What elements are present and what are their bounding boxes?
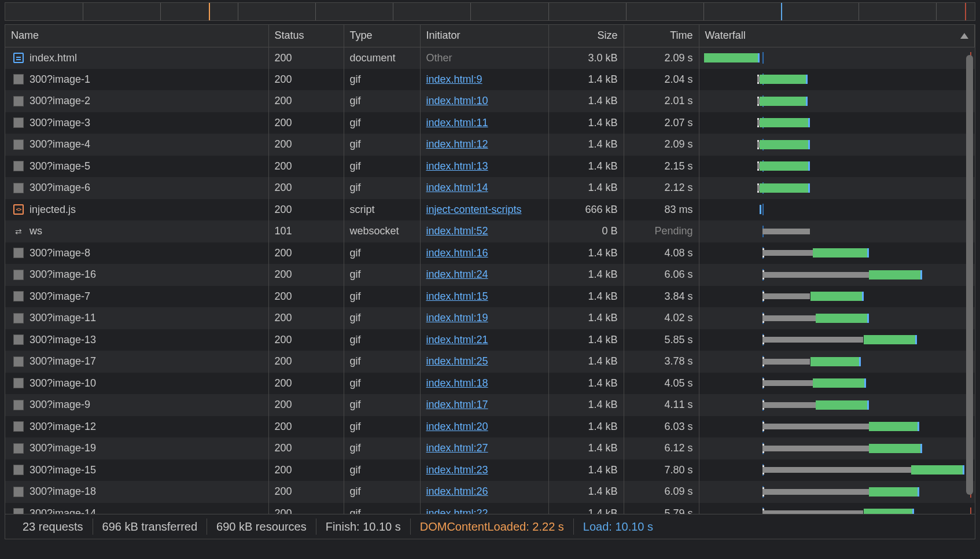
- request-time: 2.07 s: [624, 112, 699, 134]
- request-initiator[interactable]: index.html:16: [420, 242, 548, 264]
- request-initiator[interactable]: index.html:20: [420, 416, 548, 438]
- request-row[interactable]: 300?image-3200gifindex.html:111.4 kB2.07…: [5, 112, 975, 134]
- request-row[interactable]: 300?image-2200gifindex.html:101.4 kB2.01…: [5, 90, 975, 112]
- status-resources: 690 kB resources: [207, 518, 316, 535]
- request-row[interactable]: 300?image-9200gifindex.html:171.4 kB4.11…: [5, 394, 975, 416]
- request-initiator[interactable]: index.html:11: [420, 112, 548, 134]
- request-time: 2.15 s: [624, 156, 699, 178]
- request-row[interactable]: 300?image-13200gifindex.html:211.4 kB5.8…: [5, 329, 975, 351]
- request-initiator[interactable]: index.html:19: [420, 307, 548, 329]
- request-waterfall: [699, 329, 975, 351]
- image-icon: [13, 161, 24, 171]
- request-row[interactable]: 300?image-4200gifindex.html:121.4 kB2.09…: [5, 134, 975, 156]
- request-size: 0 B: [548, 220, 624, 242]
- request-type: gif: [344, 134, 420, 156]
- request-name: 300?image-2: [30, 95, 90, 107]
- request-initiator[interactable]: index.html:23: [420, 459, 548, 481]
- timeline-overview[interactable]: [5, 2, 975, 21]
- waterfall-waiting-bar: [762, 272, 869, 278]
- request-size: 1.4 kB: [548, 329, 624, 351]
- sort-indicator-icon: [960, 33, 968, 39]
- request-initiator[interactable]: index.html:26: [420, 481, 548, 503]
- request-row[interactable]: 300?image-18200gifindex.html:261.4 kB6.0…: [5, 481, 975, 503]
- request-initiator[interactable]: index.html:22: [420, 503, 548, 514]
- request-row[interactable]: 300?image-11200gifindex.html:191.4 kB4.0…: [5, 307, 975, 329]
- request-initiator[interactable]: index.html:27: [420, 437, 548, 459]
- image-icon: [13, 291, 24, 301]
- column-header-status[interactable]: Status: [268, 25, 344, 47]
- request-row[interactable]: 300?image-14200gifindex.html:221.4 kB5.7…: [5, 503, 975, 514]
- request-row[interactable]: 300?image-15200gifindex.html:231.4 kB7.8…: [5, 459, 975, 481]
- request-initiator[interactable]: index.html:24: [420, 264, 548, 286]
- column-header-size[interactable]: Size: [548, 25, 624, 47]
- waterfall-waiting-bar: [762, 315, 816, 321]
- request-initiator[interactable]: index.html:12: [420, 134, 548, 156]
- request-waterfall: [699, 47, 975, 69]
- image-icon: [13, 400, 24, 410]
- request-row[interactable]: injected.js200scriptinject-content-scrip…: [5, 199, 975, 221]
- image-icon: [13, 74, 24, 84]
- request-size: 1.4 kB: [548, 112, 624, 134]
- column-header-waterfall-label: Waterfall: [705, 30, 746, 41]
- request-initiator[interactable]: index.html:52: [420, 220, 548, 242]
- request-row[interactable]: 300?image-1200gifindex.html:91.4 kB2.04 …: [5, 69, 975, 91]
- column-header-type[interactable]: Type: [344, 25, 420, 47]
- request-type: gif: [344, 459, 420, 481]
- request-initiator[interactable]: index.html:10: [420, 90, 548, 112]
- request-row[interactable]: 300?image-8200gifindex.html:161.4 kB4.08…: [5, 242, 975, 264]
- request-initiator[interactable]: inject-content-scripts: [420, 199, 548, 221]
- request-type: gif: [344, 373, 420, 395]
- request-initiator[interactable]: index.html:9: [420, 69, 548, 91]
- request-waterfall: [699, 112, 975, 134]
- request-row[interactable]: 300?image-10200gifindex.html:181.4 kB4.0…: [5, 373, 975, 395]
- request-status: 200: [268, 481, 344, 503]
- waterfall-download-bar: [813, 378, 866, 388]
- request-type: gif: [344, 112, 420, 134]
- request-initiator[interactable]: index.html:25: [420, 351, 548, 373]
- status-finish: Finish: 10.10 s: [316, 518, 411, 535]
- request-time: 2.12 s: [624, 177, 699, 199]
- request-status: 200: [268, 47, 344, 69]
- image-icon: [13, 356, 24, 367]
- column-header-name[interactable]: Name: [5, 25, 268, 47]
- request-row[interactable]: 300?image-7200gifindex.html:151.4 kB3.84…: [5, 286, 975, 308]
- request-row[interactable]: 300?image-5200gifindex.html:131.4 kB2.15…: [5, 156, 975, 178]
- request-row[interactable]: 300?image-6200gifindex.html:141.4 kB2.12…: [5, 177, 975, 199]
- request-name: 300?image-12: [30, 421, 96, 433]
- waterfall-download-bar: [810, 357, 861, 366]
- request-size: 1.4 kB: [548, 459, 624, 481]
- request-waterfall: [699, 459, 975, 481]
- request-initiator[interactable]: index.html:17: [420, 394, 548, 416]
- request-initiator[interactable]: index.html:21: [420, 329, 548, 351]
- request-status: 200: [268, 307, 344, 329]
- request-row[interactable]: 300?image-16200gifindex.html:241.4 kB6.0…: [5, 264, 975, 286]
- request-time: 2.04 s: [624, 69, 699, 91]
- request-row[interactable]: 300?image-17200gifindex.html:251.4 kB3.7…: [5, 351, 975, 373]
- request-waterfall: [699, 286, 975, 308]
- request-type: gif: [344, 177, 420, 199]
- network-table-scroll[interactable]: Name Status Type Initiator Size Time Wat…: [5, 25, 975, 514]
- request-name: 300?image-9: [30, 399, 90, 411]
- request-type: gif: [344, 156, 420, 178]
- column-header-initiator[interactable]: Initiator: [420, 25, 548, 47]
- scrollbar-thumb[interactable]: [966, 55, 973, 495]
- request-type: gif: [344, 90, 420, 112]
- status-load: Load: 10.10 s: [574, 518, 662, 535]
- request-status: 200: [268, 134, 344, 156]
- request-name: injected.js: [30, 204, 76, 216]
- request-initiator[interactable]: index.html:18: [420, 373, 548, 395]
- vertical-scrollbar[interactable]: [966, 55, 973, 514]
- request-row[interactable]: ws101websocketindex.html:520 BPending: [5, 220, 975, 242]
- request-type: gif: [344, 264, 420, 286]
- request-initiator[interactable]: index.html:13: [420, 156, 548, 178]
- request-status: 200: [268, 373, 344, 395]
- request-row[interactable]: index.html200documentOther3.0 kB2.09 s: [5, 47, 975, 69]
- request-initiator[interactable]: index.html:14: [420, 177, 548, 199]
- waterfall-download-bar: [760, 205, 761, 214]
- column-header-waterfall[interactable]: Waterfall: [699, 25, 975, 47]
- request-initiator[interactable]: index.html:15: [420, 286, 548, 308]
- request-size: 1.4 kB: [548, 90, 624, 112]
- request-row[interactable]: 300?image-19200gifindex.html:271.4 kB6.1…: [5, 437, 975, 459]
- request-row[interactable]: 300?image-12200gifindex.html:201.4 kB6.0…: [5, 416, 975, 438]
- column-header-time[interactable]: Time: [624, 25, 699, 47]
